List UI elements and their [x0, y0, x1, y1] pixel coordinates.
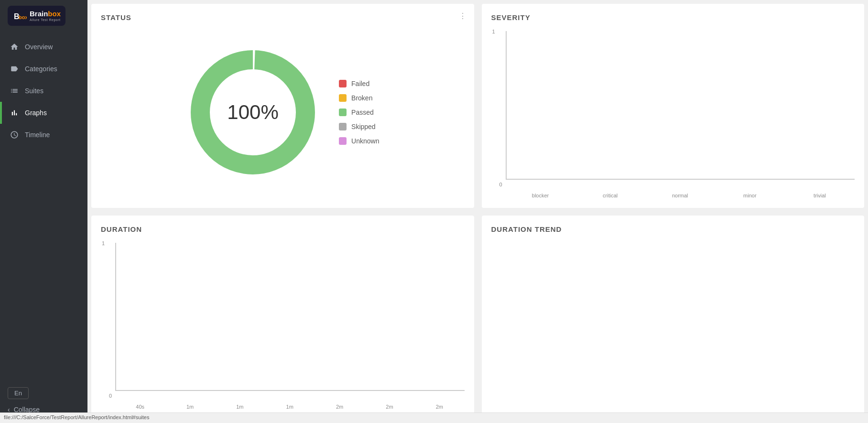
severity-chart: 1 0 — [491, 26, 855, 198]
main-content: STATUS ⋮ 100% Failed — [87, 0, 868, 423]
duration-x-6: 2m — [414, 404, 464, 410]
duration-trend-panel: DURATION TREND — [482, 216, 865, 420]
list-icon — [10, 86, 19, 96]
severity-panel: SEVERITY 1 0 — [482, 4, 865, 208]
duration-y-bottom: 0 — [109, 393, 112, 399]
x-label-blocker: blocker — [506, 193, 575, 198]
logo-brainbox-text: Brainbox — [30, 10, 61, 18]
sidebar-item-graphs[interactable]: Graphs — [0, 102, 87, 124]
severity-title: SEVERITY — [491, 13, 855, 22]
svg-text:box: box — [19, 14, 27, 20]
sidebar: B box Brainbox Allure Test Report Overvi… — [0, 0, 87, 423]
logo-area: B box Brainbox Allure Test Report — [0, 0, 87, 31]
passed-color — [339, 108, 347, 116]
failed-color — [339, 80, 347, 87]
sidebar-item-label: Suites — [25, 87, 43, 95]
home-icon — [10, 42, 19, 52]
duration-x-2: 1m — [215, 404, 265, 410]
unknown-color — [339, 137, 347, 145]
severity-y-top: 1 — [492, 29, 495, 34]
duration-x-3: 1m — [265, 404, 315, 410]
legend-passed: Passed — [339, 108, 379, 116]
passed-label: Passed — [351, 108, 374, 116]
duration-chart-area: 1 0 — [115, 243, 465, 391]
tag-icon — [10, 64, 19, 74]
skipped-label: Skipped — [351, 123, 376, 130]
broken-color — [339, 94, 347, 102]
logo[interactable]: B box Brainbox Allure Test Report — [8, 6, 65, 26]
duration-x-1: 1m — [165, 404, 215, 410]
severity-y-bottom: 0 — [499, 182, 502, 187]
sidebar-item-label: Timeline — [25, 131, 50, 139]
logo-icon: B box — [12, 9, 27, 23]
sidebar-item-label: Categories — [25, 65, 57, 73]
legend-skipped: Skipped — [339, 123, 379, 130]
sidebar-item-label: Overview — [25, 43, 53, 51]
status-legend: Failed Broken Passed Skipped Unknown — [339, 80, 379, 145]
severity-bars — [507, 31, 855, 179]
duration-x-0: 40s — [115, 404, 165, 410]
severity-chart-area: 1 0 — [506, 31, 855, 180]
failed-label: Failed — [351, 80, 369, 87]
x-label-critical: critical — [575, 193, 645, 198]
nav-menu: Overview Categories Suites Graphs — [0, 31, 87, 380]
sidebar-item-label: Graphs — [25, 109, 47, 117]
duration-title: DURATION — [101, 225, 465, 233]
duration-x-5: 2m — [365, 404, 414, 410]
language-button[interactable]: En — [8, 387, 29, 399]
duration-trend-title: DURATION TREND — [491, 225, 855, 233]
duration-y-top: 1 — [102, 240, 105, 246]
duration-x-labels: 40s 1m 1m 1m 2m 2m 2m — [115, 404, 465, 410]
x-label-minor: minor — [715, 193, 785, 198]
status-content: 100% Failed Broken Passed Skipp — [101, 26, 465, 198]
legend-failed: Failed — [339, 80, 379, 87]
duration-panel: DURATION 1 0 — [91, 216, 474, 420]
x-label-normal: normal — [645, 193, 715, 198]
bar-chart-icon — [10, 108, 19, 118]
logo-subtitle: Allure Test Report — [30, 18, 61, 22]
url-text: file:///C:/SalceForce/TestReport/AllureR… — [4, 414, 149, 420]
clock-icon — [10, 130, 19, 140]
legend-broken: Broken — [339, 94, 379, 102]
status-panel: STATUS ⋮ 100% Failed — [91, 4, 474, 208]
unknown-label: Unknown — [351, 137, 379, 145]
status-title: STATUS — [101, 13, 465, 22]
duration-bars — [116, 243, 465, 390]
x-label-trivial: trivial — [785, 193, 855, 198]
broken-label: Broken — [351, 94, 372, 102]
legend-unknown: Unknown — [339, 137, 379, 145]
severity-x-labels: blocker critical normal minor trivial — [506, 193, 855, 198]
duration-x-4: 2m — [315, 404, 364, 410]
sidebar-item-categories[interactable]: Categories — [0, 58, 87, 80]
skipped-color — [339, 123, 347, 130]
donut-percentage: 100% — [227, 101, 278, 124]
url-bar: file:///C:/SalceForce/TestReport/AllureR… — [0, 412, 868, 423]
donut-chart: 100% — [186, 45, 320, 179]
sidebar-item-overview[interactable]: Overview — [0, 36, 87, 58]
sidebar-item-suites[interactable]: Suites — [0, 80, 87, 102]
panel-menu-icon[interactable]: ⋮ — [459, 11, 467, 21]
sidebar-item-timeline[interactable]: Timeline — [0, 124, 87, 146]
